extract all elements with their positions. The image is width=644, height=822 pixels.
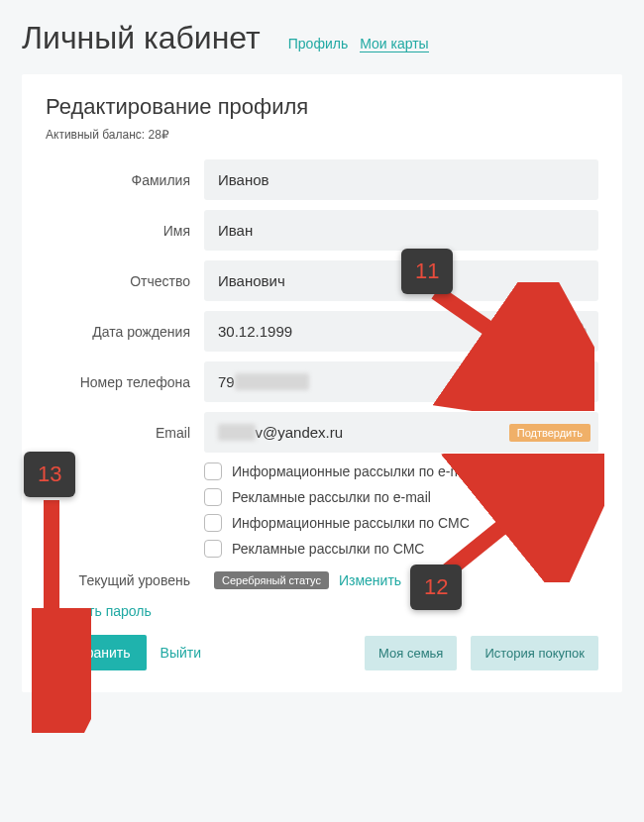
active-balance: Активный баланс: 28₽ (46, 128, 598, 142)
row-patronymic: Отчество (46, 260, 598, 301)
label-phone: Номер телефона (46, 374, 204, 390)
checkbox-info-email[interactable] (204, 462, 222, 480)
confirm-phone-button[interactable]: Подтвердить (509, 373, 590, 391)
card-title: Редактирование профиля (46, 94, 598, 120)
row-current-level: Текущий уровень Серебряный статус Измени… (46, 571, 598, 589)
change-level-link[interactable]: Изменить (339, 572, 401, 588)
row-lastname: Фамилия (46, 159, 598, 200)
label-firstname: Имя (46, 223, 204, 239)
label-patronymic: Отчество (46, 273, 204, 289)
checkbox-ads-email-row: Рекламные рассылки по e-mail (204, 488, 598, 506)
change-password-link[interactable]: Сменить пароль (46, 603, 152, 619)
header-nav: Профиль Мои карты (288, 36, 429, 52)
purchase-history-button[interactable]: История покупок (471, 636, 598, 670)
input-firstname[interactable] (204, 210, 598, 251)
confirm-email-button[interactable]: Подтвердить (509, 424, 590, 442)
status-badge: Серебряный статус (214, 571, 329, 589)
checkbox-ads-sms-label: Рекламные рассылки по СМС (232, 541, 424, 557)
svg-rect-0 (574, 329, 586, 337)
checkbox-ads-email-label: Рекламные рассылки по e-mail (232, 489, 431, 505)
checkbox-info-email-label: Информационные рассылки по e-mail (232, 463, 476, 479)
nav-profile[interactable]: Профиль (288, 36, 348, 52)
row-dob: Дата рождения (46, 311, 598, 352)
annotation-12: 12 (410, 565, 462, 610)
save-button[interactable]: Сохранить (46, 635, 147, 670)
annotation-11: 11 (401, 249, 453, 294)
label-level: Текущий уровень (46, 572, 204, 588)
label-dob: Дата рождения (46, 324, 204, 340)
checkbox-ads-sms-row: Рекламные рассылки по СМС (204, 540, 598, 558)
label-lastname: Фамилия (46, 172, 204, 188)
logout-link[interactable]: Выйти (161, 645, 201, 661)
checkbox-info-sms-row: Информационные рассылки по СМС (204, 514, 598, 532)
page-header: Личный кабинет Профиль Мои карты (0, 0, 644, 74)
lock-icon (573, 322, 587, 342)
page-title: Личный кабинет (22, 20, 261, 56)
row-firstname: Имя (46, 210, 598, 251)
my-family-button[interactable]: Моя семья (365, 636, 457, 670)
profile-edit-card: Редактирование профиля Активный баланс: … (22, 74, 622, 692)
checkbox-info-sms-label: Информационные рассылки по СМС (232, 515, 470, 531)
label-email: Email (46, 425, 204, 441)
checkbox-ads-email[interactable] (204, 488, 222, 506)
footer-actions: Сохранить Выйти Моя семья История покупо… (46, 635, 598, 670)
checkbox-info-sms[interactable] (204, 514, 222, 532)
input-lastname[interactable] (204, 159, 598, 200)
row-email: Email xxxxxv@yandex.ru Подтвердить (46, 412, 598, 453)
input-dob[interactable] (204, 311, 598, 352)
nav-my-cards[interactable]: Мои карты (360, 36, 429, 52)
checkbox-ads-sms[interactable] (204, 540, 222, 558)
checkbox-info-email-row: Информационные рассылки по e-mail (204, 462, 598, 480)
annotation-13: 13 (24, 452, 75, 497)
row-phone: Номер телефона 79000000000 Подтвердить (46, 361, 598, 402)
